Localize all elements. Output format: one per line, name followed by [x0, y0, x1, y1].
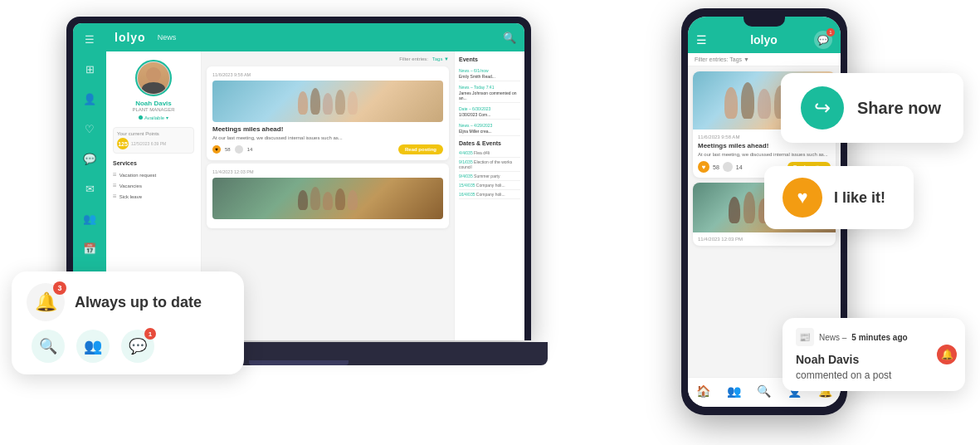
- notif-news-icon: 📰: [796, 328, 814, 346]
- notif-name: Noah Davis: [796, 353, 859, 366]
- phone-comment-count: 14: [736, 164, 743, 170]
- notif-bell-icon: 🔔: [937, 345, 957, 364]
- phone-notch: [744, 17, 785, 27]
- comment-bubble-icon: [235, 145, 243, 154]
- phone-like-button[interactable]: ♥: [698, 161, 709, 173]
- share-icon-circle: ↪: [801, 86, 844, 130]
- sidebar-heart-icon[interactable]: ♡: [80, 120, 99, 138]
- dates-title: Dates & Events: [459, 140, 520, 146]
- filter-bar: Filter entries: Tags ▼: [207, 56, 449, 61]
- user-avatar-container: Noah Davis Plant Manager Available ▾: [113, 60, 194, 120]
- phone-post-body-2: 11/4/2023 12:03 PM: [693, 232, 836, 246]
- notif-source: News –: [819, 333, 846, 342]
- sidebar-calendar-icon[interactable]: 📅: [80, 239, 99, 257]
- bell-badge: 3: [53, 281, 66, 295]
- date-3: 9/4/035 Summer party: [459, 172, 520, 181]
- service-sick[interactable]: Sick leave: [113, 191, 194, 202]
- date-5: 16/4/035 Company holi...: [459, 190, 520, 199]
- phone-post-excerpt-1: At our last meeting, we discussed intern…: [698, 152, 831, 157]
- sidebar-user-icon[interactable]: 👤: [80, 90, 99, 108]
- sidebar-mail-icon[interactable]: ✉: [80, 179, 99, 198]
- bell-container: 🔔 3: [27, 283, 65, 321]
- phone-nav-home[interactable]: 🏠: [696, 384, 710, 398]
- like-count-1: 58: [225, 147, 231, 152]
- sidebar-chat-icon[interactable]: 💬: [80, 149, 99, 168]
- chat-action-icon[interactable]: 💬 1: [121, 330, 154, 363]
- search-action-icon[interactable]: 🔍: [32, 330, 65, 363]
- share-now-text: Share now: [857, 99, 941, 118]
- app-header: lolyo News 🔍: [106, 23, 524, 51]
- sidebar-team-icon[interactable]: 👥: [80, 209, 99, 227]
- post-card-1: 11/6/2023 9:58 AM: [207, 66, 449, 160]
- phone-like-count: 58: [713, 164, 719, 170]
- date-2: 9/1/035 Election of the works council: [459, 158, 520, 172]
- events-title: Events: [459, 56, 520, 62]
- service-vacation[interactable]: Vacation request: [113, 169, 194, 180]
- phone-post-meta-2: 11/4/2023 12:03 PM: [698, 237, 831, 242]
- comment-count-1: 14: [247, 147, 253, 152]
- services-section: Services Vacation request Vacancies Sick…: [113, 160, 194, 202]
- notif-top: 📰 News – 5 minutes ago: [796, 328, 908, 346]
- date-1: 4/4/035 Flea d4li: [459, 149, 520, 158]
- phone-comment-icon: [723, 162, 733, 172]
- event-3: Date – 6/30/2023 1/30/2023 Com...: [459, 105, 520, 120]
- post-actions-1: ♥ 58 14 Read posting: [212, 144, 443, 154]
- event-1: News – 6/1/now Emily Smith Read...: [459, 66, 520, 81]
- event-4: News – 4/29/2023 Eljna Miller crea...: [459, 121, 520, 136]
- notif-desc: commented on a post: [796, 369, 891, 381]
- post-title-1: Meetings miles ahead!: [212, 125, 443, 133]
- phone-chat-badge: 1: [826, 28, 835, 37]
- phone-post-title-1: Meetings miles ahead!: [698, 142, 831, 149]
- services-title: Services: [113, 160, 194, 166]
- points-date: 12/5/2023 6:39 PM: [131, 141, 166, 146]
- always-icons: 🔍 👥 💬 1: [27, 330, 154, 363]
- avatar: [135, 60, 172, 96]
- points-box: Your current Points 125 12/5/2023 6:39 P…: [113, 127, 194, 154]
- notif-time: 5 minutes ago: [851, 333, 907, 342]
- search-icon[interactable]: 🔍: [503, 32, 516, 44]
- post-meta-1: 11/6/2023 9:58 AM: [212, 72, 443, 77]
- phone-nav-people[interactable]: 👥: [727, 384, 741, 398]
- points-label: Your current Points: [117, 131, 190, 136]
- service-vacancies[interactable]: Vacancies: [113, 180, 194, 191]
- notification-card: 📰 News – 5 minutes ago Noah Davis commen…: [783, 318, 965, 391]
- like-heart-icon: ♥: [797, 187, 807, 208]
- news-tab[interactable]: News: [158, 33, 177, 42]
- app-logo: lolyo: [115, 31, 146, 44]
- post-card-2: 11/4/2023 12:03 PM: [207, 164, 449, 228]
- always-text: Always up to date: [75, 294, 202, 311]
- phone-logo: lolyo: [714, 33, 814, 46]
- phone-menu-icon[interactable]: ☰: [696, 33, 707, 46]
- avatar-image: [138, 62, 169, 94]
- points-value: 125 12/5/2023 6:39 PM: [117, 138, 190, 149]
- share-now-card: ↪ Share now: [781, 73, 963, 143]
- phone-filter: Filter entries: Tags ▼: [688, 53, 841, 66]
- user-status: Available ▾: [139, 115, 168, 120]
- phone-chat-icon[interactable]: 💬 1: [814, 31, 832, 49]
- points-badge: 125: [117, 138, 129, 149]
- share-arrow-icon: ↪: [814, 96, 831, 120]
- user-title: Plant Manager: [132, 107, 174, 112]
- post-image-2: [212, 178, 443, 219]
- like-icon-circle: ♥: [783, 178, 822, 218]
- chat-action-badge: 1: [144, 328, 156, 340]
- post-excerpt-1: At our last meeting, we discussed intern…: [212, 135, 443, 140]
- date-4: 15/4/035 Company holi...: [459, 181, 520, 190]
- like-heart-icon[interactable]: ♥: [212, 145, 221, 154]
- always-up-to-date-card: 🔔 3 Always up to date 🔍 👥 💬 1: [12, 271, 244, 374]
- like-card: ♥ I like it!: [764, 166, 914, 229]
- sidebar-home-icon[interactable]: ⊞: [80, 60, 99, 78]
- status-dot: [139, 115, 143, 120]
- always-top: 🔔 3 Always up to date: [27, 283, 202, 321]
- phone-nav-search[interactable]: 🔍: [757, 384, 771, 398]
- people-action-icon[interactable]: 👥: [76, 330, 110, 363]
- sidebar-hamburger-icon[interactable]: ☰: [80, 30, 99, 48]
- like-it-text: I like it!: [834, 189, 885, 207]
- user-name: Noah Davis: [135, 100, 172, 107]
- right-panel: Events News – 6/1/now Emily Smith Read..…: [454, 51, 524, 340]
- post-image-1: [212, 81, 443, 122]
- event-2: News – Today 7:41 James Johnson commente…: [459, 83, 520, 103]
- read-posting-button-1[interactable]: Read posting: [398, 144, 443, 154]
- post-meta-2: 11/4/2023 12:03 PM: [212, 169, 443, 174]
